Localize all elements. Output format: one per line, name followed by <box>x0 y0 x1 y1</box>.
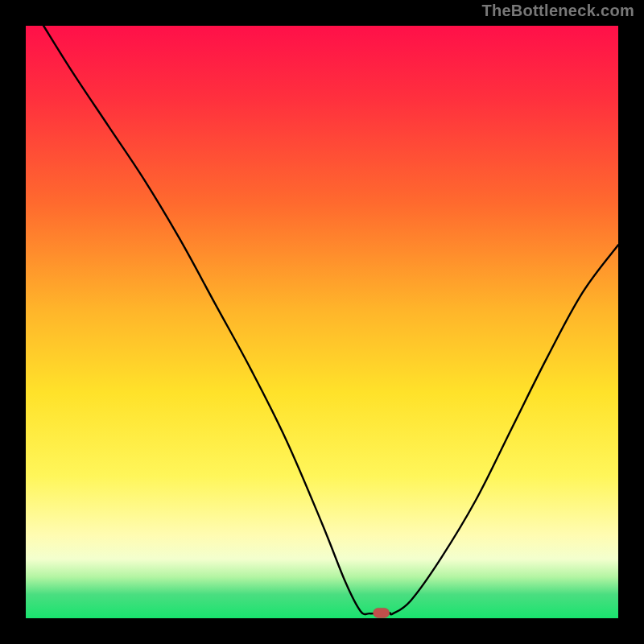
curve-layer <box>26 26 618 618</box>
curve-left-branch <box>43 26 378 614</box>
plot-area <box>26 26 618 618</box>
curve-right-branch <box>390 245 618 614</box>
watermark-text: TheBottleneck.com <box>481 2 634 20</box>
optimum-marker <box>374 608 390 617</box>
chart-frame: TheBottleneck.com <box>0 0 644 644</box>
